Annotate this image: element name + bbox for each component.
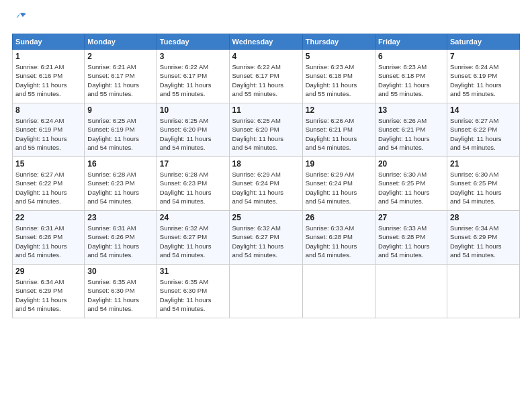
day-info: Sunrise: 6:32 AMSunset: 6:27 PMDaylight:… [232,224,300,259]
calendar-cell: 10Sunrise: 6:25 AMSunset: 6:20 PMDayligh… [157,103,229,157]
page: SundayMondayTuesdayWednesdayThursdayFrid… [0,0,532,411]
calendar-table: SundayMondayTuesdayWednesdayThursdayFrid… [12,34,520,318]
calendar-cell [229,265,302,318]
logo [12,11,31,27]
day-info: Sunrise: 6:35 AMSunset: 6:30 PMDaylight:… [87,277,153,313]
day-info: Sunrise: 6:28 AMSunset: 6:23 PMDaylight:… [87,170,153,205]
calendar-cell: 25Sunrise: 6:32 AMSunset: 6:27 PMDayligh… [229,211,302,265]
day-info: Sunrise: 6:30 AMSunset: 6:25 PMDaylight:… [378,170,444,205]
calendar-cell [447,265,519,318]
weekday-header: Saturday [447,34,519,50]
day-info: Sunrise: 6:28 AMSunset: 6:23 PMDaylight:… [160,170,226,205]
weekday-header: Sunday [13,34,85,50]
calendar-cell: 13Sunrise: 6:26 AMSunset: 6:21 PMDayligh… [375,103,447,157]
day-number: 8 [15,105,81,115]
weekday-header: Wednesday [229,34,302,50]
day-info: Sunrise: 6:34 AMSunset: 6:29 PMDaylight:… [450,224,517,259]
day-number: 28 [450,213,517,222]
calendar-cell: 21Sunrise: 6:30 AMSunset: 6:25 PMDayligh… [447,157,519,211]
calendar-cell: 28Sunrise: 6:34 AMSunset: 6:29 PMDayligh… [447,211,519,265]
logo-bird-icon [12,11,28,27]
day-info: Sunrise: 6:21 AMSunset: 6:16 PMDaylight:… [15,62,81,98]
calendar-cell: 15Sunrise: 6:27 AMSunset: 6:22 PMDayligh… [13,157,85,211]
weekday-header: Tuesday [157,34,229,50]
day-number: 20 [378,159,444,169]
day-info: Sunrise: 6:23 AMSunset: 6:18 PMDaylight:… [378,62,444,98]
header [12,11,520,27]
day-number: 25 [232,213,300,222]
day-number: 21 [450,159,517,169]
day-info: Sunrise: 6:25 AMSunset: 6:20 PMDaylight:… [160,116,226,152]
calendar-cell: 27Sunrise: 6:33 AMSunset: 6:28 PMDayligh… [375,211,447,265]
day-number: 30 [87,267,153,276]
day-number: 18 [232,159,300,169]
calendar-cell: 24Sunrise: 6:32 AMSunset: 6:27 PMDayligh… [157,211,229,265]
calendar-cell: 22Sunrise: 6:31 AMSunset: 6:26 PMDayligh… [13,211,85,265]
day-info: Sunrise: 6:25 AMSunset: 6:20 PMDaylight:… [232,116,300,152]
calendar-cell: 23Sunrise: 6:31 AMSunset: 6:26 PMDayligh… [85,211,157,265]
day-info: Sunrise: 6:26 AMSunset: 6:21 PMDaylight:… [378,116,444,152]
calendar-cell: 9Sunrise: 6:25 AMSunset: 6:19 PMDaylight… [85,103,157,157]
day-number: 7 [450,52,517,61]
calendar-cell: 14Sunrise: 6:27 AMSunset: 6:22 PMDayligh… [447,103,519,157]
calendar-cell: 4Sunrise: 6:22 AMSunset: 6:17 PMDaylight… [229,50,302,103]
calendar-cell: 20Sunrise: 6:30 AMSunset: 6:25 PMDayligh… [375,157,447,211]
day-info: Sunrise: 6:33 AMSunset: 6:28 PMDaylight:… [378,224,444,259]
calendar-cell: 8Sunrise: 6:24 AMSunset: 6:19 PMDaylight… [13,103,85,157]
day-info: Sunrise: 6:24 AMSunset: 6:19 PMDaylight:… [450,62,517,98]
day-number: 24 [160,213,226,222]
calendar-cell: 12Sunrise: 6:26 AMSunset: 6:21 PMDayligh… [302,103,375,157]
day-number: 12 [306,105,372,115]
day-number: 27 [378,213,444,222]
day-number: 13 [378,105,444,115]
day-number: 15 [15,159,81,169]
day-info: Sunrise: 6:21 AMSunset: 6:17 PMDaylight:… [87,62,153,98]
calendar-cell: 6Sunrise: 6:23 AMSunset: 6:18 PMDaylight… [375,50,447,103]
calendar-cell: 16Sunrise: 6:28 AMSunset: 6:23 PMDayligh… [85,157,157,211]
day-info: Sunrise: 6:29 AMSunset: 6:24 PMDaylight:… [232,170,300,205]
day-info: Sunrise: 6:33 AMSunset: 6:28 PMDaylight:… [306,224,372,259]
day-number: 26 [306,213,372,222]
day-number: 5 [306,52,372,61]
day-info: Sunrise: 6:25 AMSunset: 6:19 PMDaylight:… [87,116,153,152]
day-info: Sunrise: 6:34 AMSunset: 6:29 PMDaylight:… [15,277,81,313]
day-info: Sunrise: 6:30 AMSunset: 6:25 PMDaylight:… [450,170,517,205]
day-number: 2 [87,52,153,61]
day-number: 14 [450,105,517,115]
day-number: 10 [160,105,226,115]
calendar-cell: 30Sunrise: 6:35 AMSunset: 6:30 PMDayligh… [85,265,157,318]
day-number: 23 [87,213,153,222]
calendar-cell: 18Sunrise: 6:29 AMSunset: 6:24 PMDayligh… [229,157,302,211]
weekday-header: Monday [85,34,157,50]
calendar-cell: 17Sunrise: 6:28 AMSunset: 6:23 PMDayligh… [157,157,229,211]
day-info: Sunrise: 6:24 AMSunset: 6:19 PMDaylight:… [15,116,81,152]
calendar-cell: 11Sunrise: 6:25 AMSunset: 6:20 PMDayligh… [229,103,302,157]
day-number: 22 [15,213,81,222]
day-info: Sunrise: 6:31 AMSunset: 6:26 PMDaylight:… [87,224,153,259]
day-number: 29 [15,267,81,276]
day-info: Sunrise: 6:22 AMSunset: 6:17 PMDaylight:… [232,62,300,98]
day-number: 1 [15,52,81,61]
calendar-cell: 26Sunrise: 6:33 AMSunset: 6:28 PMDayligh… [302,211,375,265]
day-number: 9 [87,105,153,115]
calendar-cell: 2Sunrise: 6:21 AMSunset: 6:17 PMDaylight… [85,50,157,103]
calendar-cell: 5Sunrise: 6:23 AMSunset: 6:18 PMDaylight… [302,50,375,103]
calendar-cell: 19Sunrise: 6:29 AMSunset: 6:24 PMDayligh… [302,157,375,211]
calendar-week-row: 1Sunrise: 6:21 AMSunset: 6:16 PMDaylight… [13,50,520,103]
day-info: Sunrise: 6:27 AMSunset: 6:22 PMDaylight:… [450,116,517,152]
day-number: 3 [160,52,226,61]
day-number: 31 [160,267,226,276]
calendar-cell: 31Sunrise: 6:35 AMSunset: 6:30 PMDayligh… [157,265,229,318]
day-number: 16 [87,159,153,169]
calendar-week-row: 8Sunrise: 6:24 AMSunset: 6:19 PMDaylight… [13,103,520,157]
calendar-cell: 29Sunrise: 6:34 AMSunset: 6:29 PMDayligh… [13,265,85,318]
calendar-week-row: 29Sunrise: 6:34 AMSunset: 6:29 PMDayligh… [13,265,520,318]
day-info: Sunrise: 6:29 AMSunset: 6:24 PMDaylight:… [306,170,372,205]
calendar-cell [375,265,447,318]
calendar-cell [302,265,375,318]
day-number: 11 [232,105,300,115]
calendar-cell: 7Sunrise: 6:24 AMSunset: 6:19 PMDaylight… [447,50,519,103]
day-number: 19 [306,159,372,169]
calendar-cell: 3Sunrise: 6:22 AMSunset: 6:17 PMDaylight… [157,50,229,103]
day-number: 4 [232,52,300,61]
